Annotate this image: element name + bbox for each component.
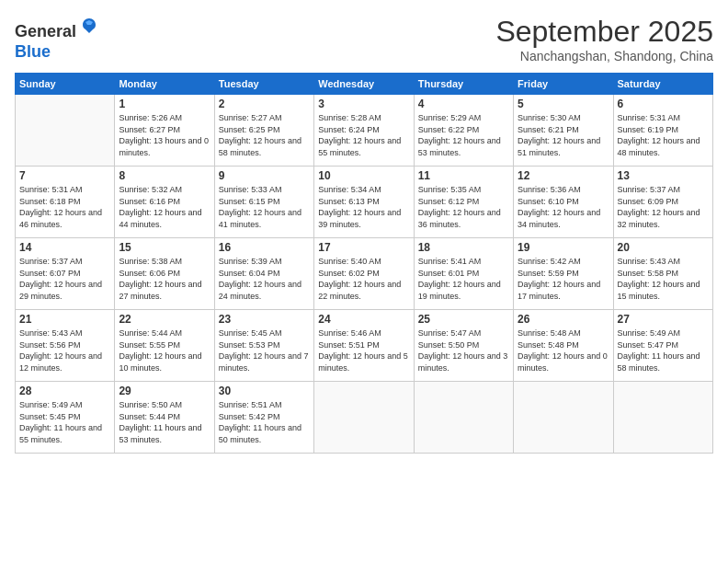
table-row xyxy=(414,382,513,454)
day-number: 28 xyxy=(19,385,110,397)
table-row: 11Sunrise: 5:35 AM Sunset: 6:12 PM Dayli… xyxy=(414,167,513,238)
header-monday: Monday xyxy=(115,74,214,95)
calendar-week-row: 21Sunrise: 5:43 AM Sunset: 5:56 PM Dayli… xyxy=(16,310,713,382)
header-sunday: Sunday xyxy=(16,74,115,95)
table-row: 27Sunrise: 5:49 AM Sunset: 5:47 PM Dayli… xyxy=(613,310,712,382)
table-row: 29Sunrise: 5:50 AM Sunset: 5:44 PM Dayli… xyxy=(115,382,214,454)
day-info: Sunrise: 5:45 AM Sunset: 5:53 PM Dayligh… xyxy=(219,327,310,373)
day-number: 22 xyxy=(119,313,210,326)
table-row: 8Sunrise: 5:32 AM Sunset: 6:16 PM Daylig… xyxy=(115,167,214,238)
day-info: Sunrise: 5:37 AM Sunset: 6:07 PM Dayligh… xyxy=(19,256,110,302)
day-info: Sunrise: 5:38 AM Sunset: 6:06 PM Dayligh… xyxy=(119,256,210,302)
day-info: Sunrise: 5:50 AM Sunset: 5:44 PM Dayligh… xyxy=(119,399,210,445)
day-info: Sunrise: 5:42 AM Sunset: 5:59 PM Dayligh… xyxy=(518,256,609,302)
table-row: 1Sunrise: 5:26 AM Sunset: 6:27 PM Daylig… xyxy=(115,95,214,167)
table-row: 16Sunrise: 5:39 AM Sunset: 6:04 PM Dayli… xyxy=(214,238,313,310)
table-row: 4Sunrise: 5:29 AM Sunset: 6:22 PM Daylig… xyxy=(414,95,513,167)
table-row: 13Sunrise: 5:37 AM Sunset: 6:09 PM Dayli… xyxy=(613,167,712,238)
logo-icon xyxy=(78,15,100,37)
day-info: Sunrise: 5:27 AM Sunset: 6:25 PM Dayligh… xyxy=(219,112,310,158)
day-number: 29 xyxy=(119,385,210,397)
calendar-week-row: 28Sunrise: 5:49 AM Sunset: 5:45 PM Dayli… xyxy=(16,382,713,454)
table-row: 30Sunrise: 5:51 AM Sunset: 5:42 PM Dayli… xyxy=(214,382,313,454)
day-number: 9 xyxy=(219,169,310,182)
title-block: September 2025 Nanchangshan, Shandong, C… xyxy=(495,15,713,63)
day-number: 25 xyxy=(418,313,509,326)
day-info: Sunrise: 5:32 AM Sunset: 6:16 PM Dayligh… xyxy=(119,184,210,230)
day-info: Sunrise: 5:34 AM Sunset: 6:13 PM Dayligh… xyxy=(318,184,409,230)
table-row: 21Sunrise: 5:43 AM Sunset: 5:56 PM Dayli… xyxy=(16,310,115,382)
table-row: 26Sunrise: 5:48 AM Sunset: 5:48 PM Dayli… xyxy=(514,310,613,382)
day-info: Sunrise: 5:43 AM Sunset: 5:58 PM Dayligh… xyxy=(618,256,709,302)
table-row: 20Sunrise: 5:43 AM Sunset: 5:58 PM Dayli… xyxy=(613,238,712,310)
table-row: 3Sunrise: 5:28 AM Sunset: 6:24 PM Daylig… xyxy=(314,95,414,167)
logo-general: General xyxy=(15,22,76,40)
day-info: Sunrise: 5:48 AM Sunset: 5:48 PM Dayligh… xyxy=(518,327,609,373)
day-info: Sunrise: 5:43 AM Sunset: 5:56 PM Dayligh… xyxy=(19,327,110,373)
day-info: Sunrise: 5:51 AM Sunset: 5:42 PM Dayligh… xyxy=(219,399,310,445)
table-row: 19Sunrise: 5:42 AM Sunset: 5:59 PM Dayli… xyxy=(514,238,613,310)
day-number: 15 xyxy=(119,241,210,254)
day-info: Sunrise: 5:39 AM Sunset: 6:04 PM Dayligh… xyxy=(219,256,310,302)
table-row: 25Sunrise: 5:47 AM Sunset: 5:50 PM Dayli… xyxy=(414,310,513,382)
day-info: Sunrise: 5:47 AM Sunset: 5:50 PM Dayligh… xyxy=(418,327,509,373)
day-number: 7 xyxy=(19,169,110,182)
table-row xyxy=(16,95,115,167)
logo-blue: Blue xyxy=(15,42,51,61)
day-number: 4 xyxy=(418,98,509,110)
day-number: 26 xyxy=(518,313,609,326)
day-number: 17 xyxy=(318,241,409,254)
logo: General Blue xyxy=(15,15,100,62)
day-number: 24 xyxy=(318,313,409,326)
day-info: Sunrise: 5:31 AM Sunset: 6:19 PM Dayligh… xyxy=(618,112,709,158)
table-row: 5Sunrise: 5:30 AM Sunset: 6:21 PM Daylig… xyxy=(514,95,613,167)
day-info: Sunrise: 5:33 AM Sunset: 6:15 PM Dayligh… xyxy=(219,184,310,230)
table-row: 12Sunrise: 5:36 AM Sunset: 6:10 PM Dayli… xyxy=(514,167,613,238)
calendar-week-row: 7Sunrise: 5:31 AM Sunset: 6:18 PM Daylig… xyxy=(16,167,713,238)
table-row: 24Sunrise: 5:46 AM Sunset: 5:51 PM Dayli… xyxy=(314,310,414,382)
day-info: Sunrise: 5:26 AM Sunset: 6:27 PM Dayligh… xyxy=(119,112,210,158)
day-number: 19 xyxy=(518,241,609,254)
day-number: 20 xyxy=(618,241,709,254)
table-row xyxy=(514,382,613,454)
table-row: 10Sunrise: 5:34 AM Sunset: 6:13 PM Dayli… xyxy=(314,167,414,238)
table-row: 22Sunrise: 5:44 AM Sunset: 5:55 PM Dayli… xyxy=(115,310,214,382)
day-info: Sunrise: 5:36 AM Sunset: 6:10 PM Dayligh… xyxy=(518,184,609,230)
table-row: 14Sunrise: 5:37 AM Sunset: 6:07 PM Dayli… xyxy=(16,238,115,310)
day-number: 11 xyxy=(418,169,509,182)
header-friday: Friday xyxy=(514,74,613,95)
day-info: Sunrise: 5:49 AM Sunset: 5:47 PM Dayligh… xyxy=(618,327,709,373)
calendar-week-row: 14Sunrise: 5:37 AM Sunset: 6:07 PM Dayli… xyxy=(16,238,713,310)
table-row: 2Sunrise: 5:27 AM Sunset: 6:25 PM Daylig… xyxy=(214,95,313,167)
day-info: Sunrise: 5:31 AM Sunset: 6:18 PM Dayligh… xyxy=(19,184,110,230)
weekday-header-row: Sunday Monday Tuesday Wednesday Thursday… xyxy=(16,74,713,95)
header-thursday: Thursday xyxy=(414,74,513,95)
day-number: 23 xyxy=(219,313,310,326)
calendar-week-row: 1Sunrise: 5:26 AM Sunset: 6:27 PM Daylig… xyxy=(16,95,713,167)
day-number: 21 xyxy=(19,313,110,326)
header-tuesday: Tuesday xyxy=(214,74,313,95)
day-number: 10 xyxy=(318,169,409,182)
day-number: 27 xyxy=(618,313,709,326)
table-row: 28Sunrise: 5:49 AM Sunset: 5:45 PM Dayli… xyxy=(16,382,115,454)
day-info: Sunrise: 5:37 AM Sunset: 6:09 PM Dayligh… xyxy=(618,184,709,230)
day-number: 3 xyxy=(318,98,409,110)
day-number: 18 xyxy=(418,241,509,254)
day-info: Sunrise: 5:30 AM Sunset: 6:21 PM Dayligh… xyxy=(518,112,609,158)
day-number: 14 xyxy=(19,241,110,254)
table-row: 9Sunrise: 5:33 AM Sunset: 6:15 PM Daylig… xyxy=(214,167,313,238)
header-wednesday: Wednesday xyxy=(314,74,414,95)
table-row: 17Sunrise: 5:40 AM Sunset: 6:02 PM Dayli… xyxy=(314,238,414,310)
day-info: Sunrise: 5:29 AM Sunset: 6:22 PM Dayligh… xyxy=(418,112,509,158)
day-info: Sunrise: 5:35 AM Sunset: 6:12 PM Dayligh… xyxy=(418,184,509,230)
day-info: Sunrise: 5:44 AM Sunset: 5:55 PM Dayligh… xyxy=(119,327,210,373)
table-row xyxy=(314,382,414,454)
table-row: 23Sunrise: 5:45 AM Sunset: 5:53 PM Dayli… xyxy=(214,310,313,382)
day-number: 2 xyxy=(219,98,310,110)
day-info: Sunrise: 5:41 AM Sunset: 6:01 PM Dayligh… xyxy=(418,256,509,302)
day-number: 8 xyxy=(119,169,210,182)
table-row: 6Sunrise: 5:31 AM Sunset: 6:19 PM Daylig… xyxy=(613,95,712,167)
day-number: 1 xyxy=(119,98,210,110)
day-number: 30 xyxy=(219,385,310,397)
day-info: Sunrise: 5:46 AM Sunset: 5:51 PM Dayligh… xyxy=(318,327,409,373)
